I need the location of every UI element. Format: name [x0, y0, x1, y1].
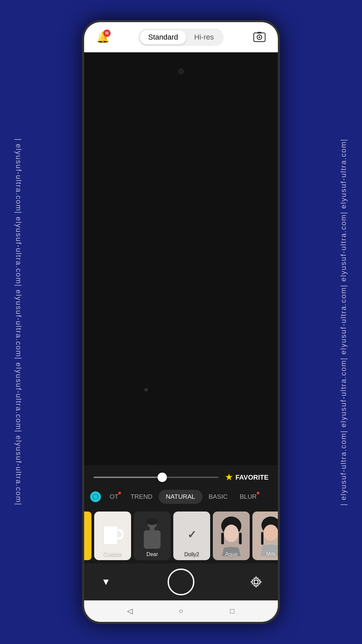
filter-milk-label: Milk [252, 551, 278, 557]
person-icon [140, 518, 164, 554]
tab-natural[interactable]: NATURAL [159, 490, 202, 504]
filter-item-dolly2[interactable]: ✓ Dolly2 [173, 512, 210, 560]
svg-rect-3 [257, 32, 261, 34]
slider-thumb[interactable] [158, 473, 167, 482]
svg-rect-14 [221, 533, 224, 544]
settings-button[interactable] [248, 574, 264, 590]
filter-items-row: Custom Dear [84, 508, 278, 564]
blur-dot [257, 492, 259, 494]
notification-button[interactable]: 🔔 N [94, 28, 112, 47]
filter-partial-left [84, 512, 92, 560]
svg-rect-18 [261, 532, 263, 545]
back-button[interactable]: ◁ [122, 604, 137, 619]
tab-trend[interactable]: TREND [124, 490, 158, 504]
watermark-right: | elyusuf-ultra.com| elyusuf-ultra.com| … [325, 0, 362, 644]
svg-point-9 [146, 518, 158, 525]
focus-dot [178, 68, 184, 74]
filter-dolly2-label: Dolly2 [173, 551, 210, 557]
tab-ot[interactable]: OT [104, 490, 124, 504]
tab-trend-label: TREND [130, 493, 152, 500]
filter-dear-label: Dear [134, 551, 171, 557]
svg-point-2 [258, 37, 260, 38]
svg-point-20 [254, 580, 258, 584]
tab-ot-label: OT [110, 493, 118, 500]
back-icon: ◁ [127, 607, 133, 615]
chevron-down-icon: ▼ [101, 577, 111, 587]
svg-rect-10 [144, 530, 161, 549]
resolution-toggle: Standard Hi-res [138, 29, 224, 46]
tab-basic[interactable]: BASIC [202, 490, 234, 504]
star-icon: ★ [225, 473, 233, 482]
phone-frame: 🔔 N Standard Hi-res ★ FAVORITE [82, 20, 280, 624]
hires-option[interactable]: Hi-res [186, 30, 222, 44]
tab-blur[interactable]: BLUR [234, 490, 263, 504]
notification-badge: N [103, 30, 111, 37]
ot-dot [118, 492, 121, 494]
filter-emoji-icon [87, 489, 104, 505]
bottom-controls: ▼ [84, 564, 278, 600]
recent-apps-icon: □ [230, 607, 234, 615]
svg-point-6 [94, 495, 97, 498]
selected-checkmark: ✓ [187, 528, 196, 541]
viewfinder-icon [253, 31, 266, 44]
face-aqua-icon [219, 516, 244, 556]
watermark-left-text: | elyusuf-ultra.com| elyusuf-ultra.com| … [14, 139, 23, 505]
tab-blur-label: BLUR [240, 493, 257, 500]
svg-rect-7 [104, 526, 118, 544]
filter-item-aqua[interactable]: Aqua [213, 512, 250, 560]
slider-container: ★ FAVORITE [84, 465, 278, 485]
tab-basic-label: BASIC [208, 493, 228, 500]
watermark-left: | elyusuf-ultra.com| elyusuf-ultra.com| … [0, 0, 37, 644]
svg-rect-15 [239, 533, 242, 544]
home-button[interactable]: ○ [174, 604, 188, 619]
filter-custom-label: Custom [94, 551, 131, 557]
face-milk-icon [258, 516, 278, 556]
tab-natural-label: NATURAL [166, 493, 195, 500]
watermark-right-text: | elyusuf-ultra.com| elyusuf-ultra.com| … [339, 139, 348, 505]
corner-dot [144, 388, 148, 391]
header: 🔔 N Standard Hi-res [84, 22, 278, 52]
favorite-label: FAVORITE [235, 474, 268, 481]
camera-viewfinder[interactable] [84, 52, 278, 465]
filter-item-milk[interactable]: Milk [252, 512, 278, 560]
shutter-button[interactable] [168, 569, 194, 595]
home-icon: ○ [179, 607, 183, 615]
camera-icon-button[interactable] [250, 28, 268, 47]
mug-icon [102, 523, 124, 549]
filter-item-dear[interactable]: Dear [134, 512, 171, 560]
filter-tabs: OT TREND NATURAL BASIC BLUR [84, 485, 278, 508]
recent-apps-button[interactable]: □ [225, 604, 240, 619]
filter-item-custom[interactable]: Custom [94, 512, 131, 560]
svg-point-13 [224, 525, 239, 542]
nav-bar: ◁ ○ □ [84, 600, 278, 622]
favorite-button[interactable]: ★ FAVORITE [225, 473, 268, 482]
filter-aqua-label: Aqua [213, 551, 250, 557]
standard-option[interactable]: Standard [140, 30, 186, 44]
slider-fill [94, 477, 162, 478]
intensity-slider[interactable] [94, 477, 219, 478]
chevron-down-button[interactable]: ▼ [98, 574, 114, 590]
gear-icon [250, 576, 262, 588]
svg-rect-11 [150, 528, 155, 532]
svg-point-17 [263, 525, 278, 541]
